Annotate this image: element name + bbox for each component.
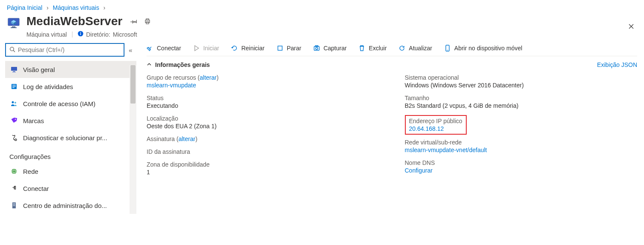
svg-point-35 (315, 47, 318, 49)
breadcrumb-home[interactable]: Página Inicial (7, 4, 42, 11)
svg-point-25 (15, 139, 17, 141)
os-value: Windows (Windows Server 2016 Datacenter) (405, 82, 638, 89)
refresh-button[interactable]: Atualizar (399, 45, 432, 52)
svg-rect-11 (80, 33, 81, 35)
play-icon (193, 45, 200, 52)
svg-rect-6 (11, 27, 17, 28)
capture-icon (313, 45, 320, 52)
sidebar-item-label: Diagnosticar e solucionar pr... (23, 134, 107, 141)
svg-point-23 (14, 102, 16, 104)
sidebar: « Visão geral Log de atividades (0, 41, 136, 214)
start-button: Iniciar (193, 45, 219, 52)
sidebar-item-diagnose[interactable]: Diagnosticar e solucionar pr... (5, 129, 136, 146)
capture-button[interactable]: Capturar (313, 45, 347, 52)
button-label: Reiniciar (241, 45, 264, 52)
field-label: Rede virtual/sub-rede (405, 139, 638, 146)
diagnose-icon (9, 134, 19, 141)
refresh-icon (399, 45, 405, 52)
nav-list: Visão geral Log de atividades Controle d… (5, 61, 136, 214)
sidebar-item-label: Marcas (23, 117, 44, 124)
svg-point-24 (15, 119, 16, 120)
essentials-grid: Grupo de recursos (alterar) mslearn-vmup… (147, 74, 637, 182)
sidebar-item-label: Rede (23, 168, 38, 175)
button-label: Parar (287, 45, 301, 52)
svg-point-22 (12, 101, 14, 104)
page-header: MediaWebServer Máquina virtual Diretório… (0, 13, 644, 41)
svg-rect-33 (278, 46, 282, 50)
sidebar-item-connect[interactable]: Conectar (5, 180, 136, 197)
sidebar-item-admin-center[interactable]: Centro de administração do... (5, 197, 136, 214)
field-label: Assinatura (alterar) (147, 135, 379, 142)
svg-rect-8 (146, 19, 149, 20)
connect-icon (9, 185, 19, 192)
breadcrumb-vms[interactable]: Máquinas virtuais (53, 4, 99, 11)
delete-icon (358, 45, 365, 52)
delete-button[interactable]: Excluir (358, 45, 387, 52)
sidebar-section-settings: Configurações (5, 146, 136, 163)
svg-rect-32 (13, 205, 15, 206)
svg-rect-36 (315, 46, 318, 46)
svg-rect-16 (13, 71, 15, 72)
divider (147, 56, 637, 56)
button-label: Capturar (323, 45, 347, 52)
stop-button[interactable]: Parar (277, 45, 301, 52)
button-label: Atualizar (409, 45, 432, 52)
field-label: Zona de disponibilidade (147, 161, 379, 168)
public-ip-link[interactable]: 20.64.168.12 (409, 125, 462, 132)
status-value: Executando (147, 102, 379, 109)
resource-group-link[interactable]: mslearn-vmupdate (147, 82, 196, 89)
restart-button[interactable]: Reiniciar (231, 45, 264, 52)
svg-rect-19 (12, 85, 16, 85)
tag-icon (9, 117, 19, 124)
close-icon[interactable] (625, 20, 637, 32)
search-icon (9, 46, 15, 54)
sidebar-item-tags[interactable]: Marcas (5, 112, 136, 129)
activity-log-icon (9, 83, 19, 90)
restart-icon (231, 45, 238, 52)
vm-resource-icon (7, 16, 20, 30)
network-icon (9, 168, 19, 175)
change-subscription-link[interactable]: alterar (179, 135, 196, 142)
sidebar-item-network[interactable]: Rede (5, 163, 136, 180)
sidebar-item-iam[interactable]: Controle de acesso (IAM) (5, 95, 136, 112)
svg-rect-21 (12, 87, 14, 88)
svg-rect-15 (11, 67, 17, 71)
zone-value: 1 (147, 169, 379, 176)
pin-icon[interactable] (130, 17, 138, 25)
sidebar-item-label: Controle de acesso (IAM) (23, 100, 95, 107)
chevron-right-icon: › (46, 4, 49, 11)
svg-point-12 (80, 32, 81, 33)
json-view-link[interactable]: Exibição JSON (597, 61, 637, 68)
essentials-toggle[interactable]: Informações gerais (147, 61, 210, 68)
directory-value: Microsoft (113, 31, 137, 38)
scrollbar-thumb[interactable] (130, 65, 136, 104)
connect-button[interactable]: Conectar (147, 45, 181, 52)
mobile-icon (444, 45, 451, 52)
monitor-icon (9, 66, 19, 73)
search-input[interactable] (18, 46, 120, 53)
vnet-link[interactable]: mslearn-vmupdate-vnet/default (405, 147, 487, 153)
sidebar-search[interactable] (5, 43, 124, 57)
field-label: Status (147, 95, 379, 101)
print-icon[interactable] (144, 17, 151, 25)
size-value: B2s Standard (2 vcpus, 4 GiB de memória) (405, 102, 638, 109)
sidebar-item-activity-log[interactable]: Log de atividades (5, 78, 136, 95)
svg-point-13 (10, 47, 14, 51)
open-mobile-button[interactable]: Abrir no dispositivo móvel (444, 45, 523, 52)
change-resource-group-link[interactable]: alterar (200, 74, 217, 81)
field-label: Nome DNS (405, 159, 638, 166)
dns-configure-link[interactable]: Configurar (405, 167, 433, 174)
collapse-sidebar-icon[interactable]: « (129, 46, 132, 54)
svg-rect-20 (12, 86, 16, 86)
connect-icon (147, 45, 153, 52)
button-label: Iniciar (203, 45, 219, 52)
sidebar-item-label: Centro de administração do... (23, 202, 107, 209)
essentials-title-label: Informações gerais (155, 61, 210, 68)
command-bar: Conectar Iniciar Reiniciar Parar (147, 41, 637, 56)
svg-rect-30 (13, 203, 15, 204)
field-label: ID da assinatura (147, 148, 379, 155)
sidebar-item-overview[interactable]: Visão geral (5, 61, 136, 78)
field-label: Endereço IP público (409, 118, 462, 124)
sidebar-item-label: Conectar (23, 185, 49, 192)
breadcrumb: Página Inicial › Máquinas virtuais › (0, 0, 644, 13)
